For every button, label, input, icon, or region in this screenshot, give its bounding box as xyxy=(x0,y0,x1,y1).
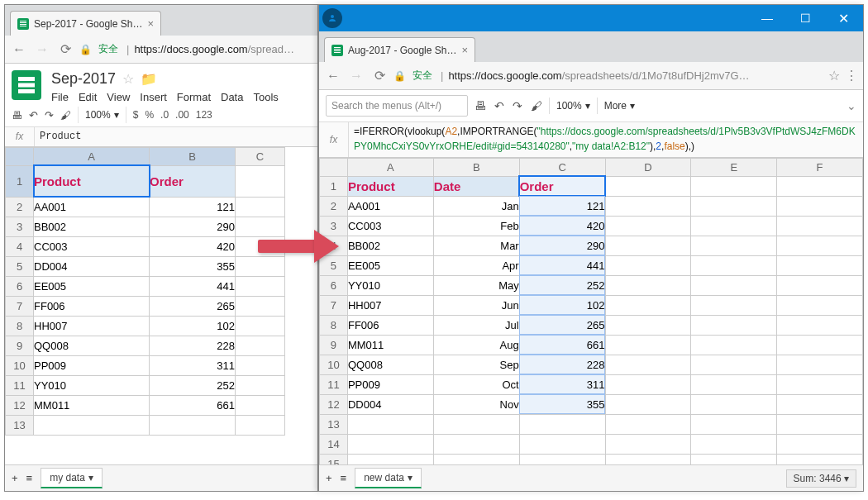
user-avatar-icon[interactable] xyxy=(322,8,342,28)
column-header-B[interactable]: B xyxy=(150,147,236,165)
cell[interactable]: AA001 xyxy=(34,197,150,217)
doc-title[interactable]: Sep-2017 xyxy=(51,70,116,88)
add-sheet-icon[interactable]: + xyxy=(326,472,332,484)
url-field[interactable]: https://docs.google.com/spreadsheets/d/1… xyxy=(448,69,823,82)
cell[interactable] xyxy=(605,255,691,275)
cell[interactable] xyxy=(777,236,863,255)
cell[interactable]: YY010 xyxy=(347,275,433,295)
browser-tab[interactable]: Aug-2017 - Google Sh… × xyxy=(324,37,475,62)
row-header[interactable]: 3 xyxy=(320,216,348,236)
row-header[interactable]: 11 xyxy=(320,374,348,394)
cell[interactable] xyxy=(433,454,519,464)
row-header[interactable]: 3 xyxy=(6,217,34,236)
cell[interactable]: YY010 xyxy=(34,375,150,395)
row-header[interactable]: 5 xyxy=(6,256,34,276)
column-header-B[interactable]: B xyxy=(433,158,519,176)
format-button[interactable]: .00 xyxy=(175,109,189,121)
cell[interactable] xyxy=(605,355,691,374)
menu-tools[interactable]: Tools xyxy=(253,91,278,103)
row-header[interactable]: 10 xyxy=(320,355,348,374)
star-icon[interactable]: ☆ xyxy=(122,71,134,87)
column-header-F[interactable]: F xyxy=(777,158,863,176)
expand-toolbar-icon[interactable]: ⌄ xyxy=(847,99,856,112)
cell[interactable]: AA001 xyxy=(347,196,433,216)
forward-icon[interactable]: → xyxy=(33,42,51,57)
cell[interactable] xyxy=(433,434,519,454)
format-button[interactable]: .0 xyxy=(160,109,169,121)
cell[interactable]: 102 xyxy=(150,316,236,336)
row-header[interactable]: 13 xyxy=(6,415,34,435)
cell[interactable]: 441 xyxy=(519,255,605,275)
print-icon[interactable]: 🖶 xyxy=(475,99,486,112)
cell-B1[interactable]: Order xyxy=(150,165,236,197)
menu-edit[interactable]: Edit xyxy=(79,91,97,103)
format-button[interactable]: 123 xyxy=(196,109,212,121)
cell[interactable]: PP009 xyxy=(34,355,150,375)
column-header-C[interactable]: C xyxy=(519,158,605,176)
row-header[interactable]: 6 xyxy=(6,276,34,296)
cell[interactable] xyxy=(433,414,519,434)
zoom-selector[interactable]: 100%▾ xyxy=(85,109,119,121)
forward-icon[interactable]: → xyxy=(347,69,365,83)
cell[interactable]: 102 xyxy=(519,295,605,315)
cell-A1[interactable]: Product xyxy=(34,165,150,197)
cell[interactable]: Feb xyxy=(433,216,519,236)
cell[interactable]: 121 xyxy=(150,197,236,217)
column-header-D[interactable]: D xyxy=(605,158,691,176)
spreadsheet-grid[interactable]: ABC1ProductOrder2AA0011213BB0022904CC003… xyxy=(5,147,285,436)
cell[interactable] xyxy=(236,256,285,276)
paint-format-icon[interactable]: 🖌 xyxy=(531,99,542,112)
cell[interactable] xyxy=(691,454,777,464)
cell[interactable] xyxy=(777,454,863,464)
cell[interactable] xyxy=(691,374,777,394)
row-header[interactable]: 8 xyxy=(320,315,348,335)
cell-D1[interactable] xyxy=(605,176,691,196)
cell[interactable] xyxy=(519,414,605,434)
row-header[interactable]: 2 xyxy=(320,196,348,216)
all-sheets-icon[interactable]: ≡ xyxy=(341,472,347,484)
cell[interactable] xyxy=(347,454,433,464)
cell[interactable] xyxy=(691,255,777,275)
cell[interactable]: Mar xyxy=(433,236,519,255)
cell[interactable] xyxy=(691,275,777,295)
redo-icon[interactable]: ↷ xyxy=(45,109,54,121)
zoom-selector[interactable]: 100%▾ xyxy=(556,100,590,112)
cell[interactable]: CC003 xyxy=(347,216,433,236)
close-window-button[interactable]: ✕ xyxy=(827,8,860,28)
cell[interactable] xyxy=(777,355,863,374)
cell[interactable] xyxy=(777,295,863,315)
cell[interactable]: FF006 xyxy=(34,296,150,316)
add-sheet-icon[interactable]: + xyxy=(12,472,18,484)
row-header[interactable]: 10 xyxy=(6,355,34,375)
sheet-tab[interactable]: my data▾ xyxy=(41,468,103,488)
row-header[interactable]: 1 xyxy=(6,165,34,197)
sheets-logo-icon[interactable] xyxy=(12,70,41,100)
all-sheets-icon[interactable]: ≡ xyxy=(26,472,33,484)
cell[interactable] xyxy=(777,414,863,434)
cell[interactable] xyxy=(236,316,285,336)
cell[interactable] xyxy=(519,434,605,454)
browser-tab[interactable]: Sep-2017 - Google Sh… × xyxy=(10,11,161,36)
cell[interactable]: 252 xyxy=(150,375,236,395)
cell[interactable] xyxy=(777,275,863,295)
redo-icon[interactable]: ↷ xyxy=(513,99,522,112)
cell[interactable]: HH007 xyxy=(34,316,150,336)
close-tab-icon[interactable]: × xyxy=(147,17,154,30)
cell[interactable]: 355 xyxy=(519,394,605,414)
cell[interactable]: May xyxy=(433,275,519,295)
cell[interactable] xyxy=(777,216,863,236)
cell[interactable] xyxy=(519,454,605,464)
row-header[interactable]: 9 xyxy=(6,336,34,355)
row-header[interactable]: 1 xyxy=(320,176,348,196)
cell[interactable] xyxy=(605,414,691,434)
cell[interactable] xyxy=(691,236,777,255)
row-header[interactable]: 7 xyxy=(6,296,34,316)
cell[interactable] xyxy=(236,395,285,415)
cell[interactable]: Jun xyxy=(433,295,519,315)
column-header-C[interactable]: C xyxy=(236,147,285,165)
cell[interactable]: QQ008 xyxy=(34,336,150,355)
cell[interactable]: 228 xyxy=(150,336,236,355)
cell[interactable]: 311 xyxy=(150,355,236,375)
cell[interactable] xyxy=(691,295,777,315)
close-tab-icon[interactable]: × xyxy=(461,44,468,56)
